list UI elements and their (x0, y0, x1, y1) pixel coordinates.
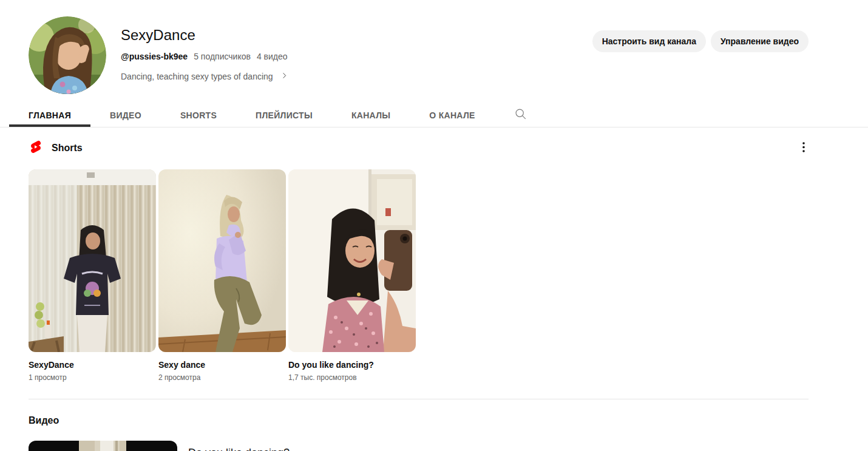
short-thumbnail-2[interactable] (158, 169, 286, 352)
video-row: Do you like dancing? (29, 441, 809, 451)
short-thumbnail-1-image (29, 169, 156, 352)
shorts-menu-button[interactable] (799, 141, 809, 156)
shorts-shelf: SexyDance 1 просмотр (29, 169, 809, 382)
tab-channels[interactable]: КАНАЛЫ (332, 103, 410, 127)
magnifier-icon (514, 107, 527, 123)
video-thumbnail-1[interactable] (29, 441, 177, 451)
shorts-section-title: Shorts (52, 143, 83, 154)
customize-channel-button[interactable]: Настроить вид канала (592, 30, 706, 52)
channel-header: SexyDance @pussies-bk9ee 5 подписчиков 4… (0, 0, 868, 103)
tab-playlists[interactable]: ПЛЕЙЛИСТЫ (236, 103, 332, 127)
video-title[interactable]: Do you like dancing? (188, 446, 290, 451)
video-count: 4 видео (257, 52, 288, 61)
channel-home-content: Shorts (29, 141, 809, 451)
videos-section-title: Видео (29, 415, 809, 427)
short-thumbnail-1[interactable] (29, 169, 156, 352)
channel-info: SexyDance @pussies-bk9ee 5 подписчиков 4… (121, 27, 288, 81)
shorts-bolt-icon (29, 140, 43, 157)
short-views: 1,7 тыс. просмотров (288, 373, 416, 382)
short-views: 2 просмотра (158, 373, 286, 382)
manage-videos-button[interactable]: Управление видео (711, 30, 809, 52)
channel-avatar[interactable] (29, 16, 106, 94)
avatar-image (29, 16, 106, 94)
tab-shorts[interactable]: SHORTS (161, 103, 236, 127)
section-divider (29, 399, 809, 399)
kebab-menu-icon (802, 142, 805, 155)
shorts-section-header: Shorts (29, 141, 809, 155)
short-thumbnail-2-image (158, 169, 286, 352)
short-thumbnail-3-image (288, 169, 416, 352)
chevron-right-icon (280, 72, 288, 81)
channel-tabs-bar: ГЛАВНАЯ ВИДЕО SHORTS ПЛЕЙЛИСТЫ КАНАЛЫ О … (0, 103, 868, 127)
short-title[interactable]: Sexy dance (158, 359, 286, 370)
short-views: 1 просмотр (29, 373, 156, 382)
short-title[interactable]: SexyDance (29, 359, 156, 370)
channel-meta: @pussies-bk9ee 5 подписчиков 4 видео (121, 52, 288, 61)
tab-home[interactable]: ГЛАВНАЯ (9, 103, 90, 127)
subscriber-count: 5 подписчиков (194, 52, 251, 61)
tab-videos[interactable]: ВИДЕО (90, 103, 161, 127)
video-thumbnail-1-image (29, 441, 177, 451)
channel-handle: @pussies-bk9ee (121, 52, 188, 61)
channel-title: SexyDance (121, 27, 288, 44)
short-card: Do you like dancing? 1,7 тыс. просмотров (288, 169, 416, 382)
channel-description-link[interactable]: Dancing, teaching sexy types of dancing (121, 72, 288, 81)
channel-description: Dancing, teaching sexy types of dancing (121, 72, 273, 81)
header-actions: Настроить вид канала Управление видео (592, 30, 809, 52)
short-card: Sexy dance 2 просмотра (158, 169, 286, 382)
short-title[interactable]: Do you like dancing? (288, 359, 416, 370)
videos-section: Видео Do you like dancing? (29, 415, 809, 451)
shorts-section: Shorts (29, 141, 809, 382)
tab-about[interactable]: О КАНАЛЕ (410, 103, 494, 127)
short-card: SexyDance 1 просмотр (29, 169, 156, 382)
short-thumbnail-3[interactable] (288, 169, 416, 352)
channel-search-button[interactable] (508, 103, 533, 127)
